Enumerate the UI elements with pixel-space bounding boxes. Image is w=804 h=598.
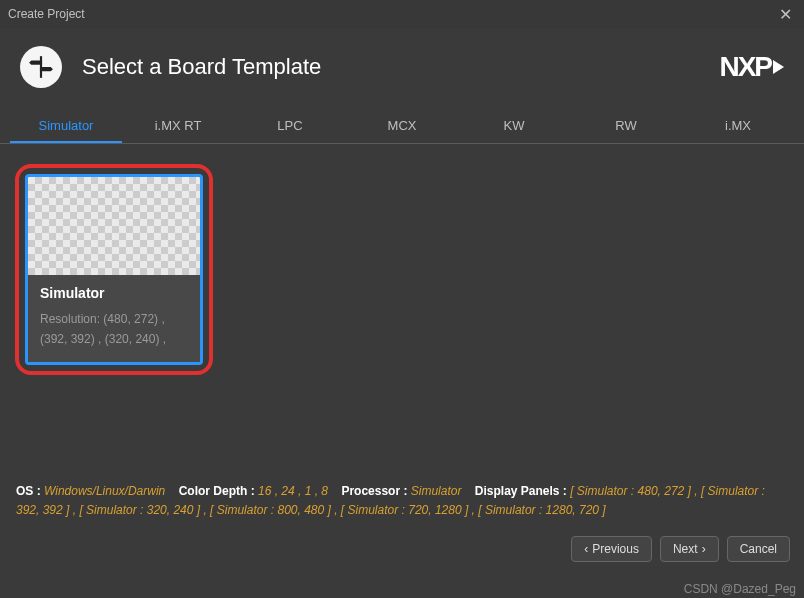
chevron-right-icon: ›	[702, 542, 706, 556]
chevron-left-icon: ‹	[584, 542, 588, 556]
svg-marker-1	[29, 61, 42, 65]
tab-simulator[interactable]: Simulator	[10, 110, 122, 143]
info-os-value: Windows/Linux/Darwin	[44, 484, 165, 498]
window-title: Create Project	[8, 7, 85, 21]
signpost-icon	[20, 46, 62, 88]
tab-lpc[interactable]: LPC	[234, 110, 346, 143]
board-card-subtitle: Resolution: (480, 272) , (392, 392) , (3…	[40, 309, 188, 350]
tab-mcx[interactable]: MCX	[346, 110, 458, 143]
board-card-title: Simulator	[40, 285, 188, 301]
tab-imx-rt[interactable]: i.MX RT	[122, 110, 234, 143]
info-colordepth-value: 16 , 24 , 1 , 8	[258, 484, 328, 498]
next-button[interactable]: Next ›	[660, 536, 719, 562]
nxp-logo: NXP	[719, 51, 784, 83]
info-processor-label: Processor :	[341, 484, 407, 498]
tab-imx[interactable]: i.MX	[682, 110, 794, 143]
titlebar: Create Project ✕	[0, 0, 804, 28]
tab-kw[interactable]: KW	[458, 110, 570, 143]
tabs: Simulator i.MX RT LPC MCX KW RW i.MX	[0, 110, 804, 144]
tab-rw[interactable]: RW	[570, 110, 682, 143]
footer: ‹ Previous Next › Cancel	[0, 528, 804, 570]
board-card-body: Simulator Resolution: (480, 272) , (392,…	[28, 275, 200, 362]
info-bar: OS : Windows/Linux/Darwin Color Depth : …	[0, 474, 804, 528]
svg-marker-2	[40, 67, 53, 71]
watermark: CSDN @Dazed_Peg	[684, 582, 796, 596]
board-card-simulator[interactable]: Simulator Resolution: (480, 272) , (392,…	[25, 174, 203, 365]
content-area: Simulator Resolution: (480, 272) , (392,…	[0, 144, 804, 474]
info-os-label: OS :	[16, 484, 41, 498]
header: Select a Board Template NXP	[0, 28, 804, 110]
board-preview-image	[28, 177, 200, 275]
page-title: Select a Board Template	[82, 54, 719, 80]
info-displaypanels-label: Display Panels :	[475, 484, 567, 498]
info-processor-value: Simulator	[411, 484, 462, 498]
cancel-button[interactable]: Cancel	[727, 536, 790, 562]
info-colordepth-label: Color Depth :	[179, 484, 255, 498]
close-icon[interactable]: ✕	[775, 5, 796, 24]
highlight-frame: Simulator Resolution: (480, 272) , (392,…	[15, 164, 213, 375]
previous-button[interactable]: ‹ Previous	[571, 536, 652, 562]
